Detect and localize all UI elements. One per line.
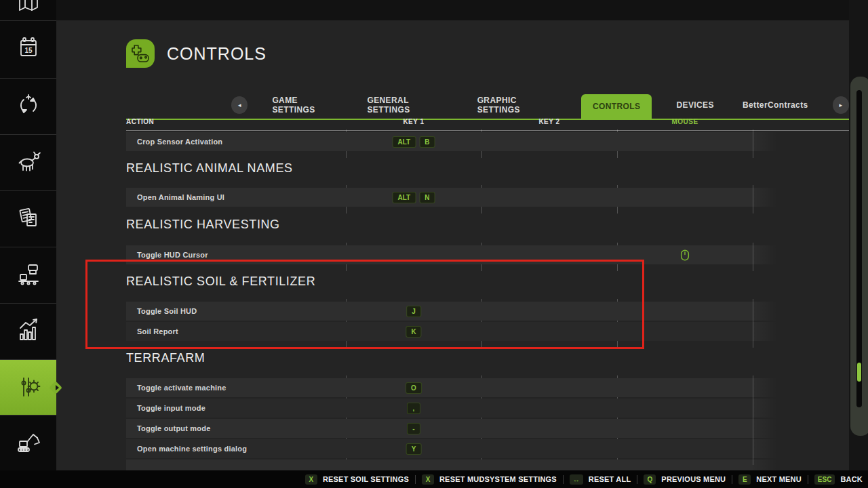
tab-devices[interactable]: DEVICES bbox=[672, 94, 717, 116]
table-row[interactable]: Open Animal Naming UIALTN bbox=[126, 188, 753, 207]
action-label: Open Animal Naming UI bbox=[126, 193, 224, 201]
sidebar-item-map[interactable] bbox=[0, 0, 56, 20]
key1-binding[interactable]: Y bbox=[406, 443, 422, 455]
key-badge: ESC bbox=[814, 474, 835, 485]
table-row[interactable]: Open machine settings dialogY bbox=[126, 439, 753, 458]
sidebar-item-construction[interactable] bbox=[0, 415, 56, 470]
keybind-group: Open Animal Naming UIALTN bbox=[126, 188, 753, 208]
action-label: Toggle Soil HUD bbox=[126, 307, 197, 315]
section-title: REALISTIC HARVESTING bbox=[126, 218, 280, 232]
tabs-next-arrow[interactable]: ▸ bbox=[833, 96, 849, 114]
animals-icon bbox=[15, 148, 42, 178]
controls-icon bbox=[126, 39, 155, 68]
hotkey-label: NEXT MENU bbox=[756, 475, 802, 483]
keybind-group: Toggle Soil HUDJSoil ReportK bbox=[126, 302, 753, 342]
contracts-icon bbox=[15, 204, 42, 234]
column-header-key2: KEY 2 bbox=[538, 118, 559, 125]
production-icon bbox=[15, 260, 42, 290]
divider bbox=[563, 475, 564, 484]
sidebar-item-animals[interactable] bbox=[0, 134, 56, 190]
hotkey-label: RESET MUDSYSTEM SETTINGS bbox=[439, 475, 557, 483]
sidebar-item-settings[interactable] bbox=[0, 359, 56, 415]
table-row[interactable]: Toggle output mode- bbox=[126, 419, 753, 438]
sidebar-item-crop-rotation[interactable] bbox=[0, 78, 56, 134]
page-title: CONTROLS bbox=[167, 44, 267, 64]
table-row[interactable]: Soil ReportK bbox=[126, 322, 753, 341]
table-row-clipped bbox=[126, 460, 753, 470]
divider bbox=[415, 475, 416, 484]
action-label: Toggle input mode bbox=[126, 404, 205, 412]
action-label: Toggle HUD Cursor bbox=[126, 251, 208, 259]
tab-general-settings[interactable]: GENERAL SETTINGS bbox=[363, 89, 452, 121]
key1-binding[interactable]: - bbox=[407, 423, 420, 434]
hotkey-previous-menu[interactable]: QPREVIOUS MENU bbox=[644, 474, 726, 485]
key1-binding[interactable]: ALTN bbox=[393, 192, 435, 203]
action-label: Toggle output mode bbox=[126, 424, 211, 432]
key1-binding[interactable]: ALTB bbox=[393, 136, 435, 148]
action-label: Toggle activate machine bbox=[126, 384, 226, 392]
key1-binding[interactable]: J bbox=[406, 306, 421, 317]
key-badge: X bbox=[305, 474, 317, 485]
hotkey-label: RESET SOIL SETTINGS bbox=[323, 475, 409, 483]
hotkey-reset-all[interactable]: ↔RESET ALL bbox=[570, 474, 631, 485]
sidebar-item-contracts[interactable] bbox=[0, 190, 56, 247]
key-badge: N bbox=[419, 192, 435, 203]
key-badge: K bbox=[406, 326, 421, 338]
sidebar-item-calendar[interactable]: 15 bbox=[0, 20, 56, 78]
key-badge: B bbox=[419, 136, 435, 148]
keybind-group: Toggle HUD Cursor bbox=[126, 245, 753, 266]
keybind-group: Crop Sensor ActivationALTB bbox=[126, 132, 753, 152]
divider bbox=[732, 475, 732, 484]
sidebar-item-statistics[interactable] bbox=[0, 303, 56, 359]
hotkey-next-menu[interactable]: ENEXT MENU bbox=[738, 474, 802, 485]
hotkey-back[interactable]: ESCBACK bbox=[814, 474, 863, 485]
mouse-icon bbox=[681, 249, 690, 261]
scrollbar-track[interactable] bbox=[856, 90, 862, 407]
svg-text:15: 15 bbox=[24, 47, 33, 54]
key1-binding[interactable]: O bbox=[406, 382, 422, 394]
key1-binding[interactable]: K bbox=[406, 326, 421, 338]
scroll-gutter bbox=[849, 0, 868, 470]
scrollbar[interactable] bbox=[850, 77, 868, 436]
table-row[interactable]: Toggle input mode, bbox=[126, 399, 753, 418]
table-row[interactable]: Toggle HUD Cursor bbox=[126, 245, 753, 264]
key-badge: Y bbox=[406, 443, 422, 455]
tabs-prev-arrow[interactable]: ◂ bbox=[231, 96, 248, 114]
column-header-action: ACTION bbox=[126, 118, 154, 125]
sidebar-item-production[interactable] bbox=[0, 247, 56, 303]
tab-underline bbox=[126, 119, 849, 120]
construction-icon bbox=[15, 428, 42, 458]
crop-rotation-icon bbox=[15, 92, 42, 121]
map-icon bbox=[15, 0, 42, 20]
scrollbar-thumb[interactable] bbox=[857, 363, 861, 382]
hotkey-reset-soil-settings[interactable]: XRESET SOIL SETTINGS bbox=[305, 474, 409, 485]
section-title: REALISTIC ANIMAL NAMES bbox=[126, 161, 293, 176]
hotkey-label: PREVIOUS MENU bbox=[661, 475, 726, 483]
key-badge: - bbox=[407, 423, 420, 434]
column-header-key1: KEY 1 bbox=[403, 118, 424, 125]
tab-bettercontracts[interactable]: BetterContracts bbox=[738, 94, 812, 116]
key1-binding[interactable]: , bbox=[407, 403, 420, 414]
key-badge: E bbox=[738, 474, 751, 485]
table-row[interactable]: Crop Sensor ActivationALTB bbox=[126, 132, 753, 151]
statistics-icon bbox=[15, 317, 42, 346]
tab-game-settings[interactable]: GAME SETTINGS bbox=[268, 89, 342, 121]
divider bbox=[808, 475, 808, 484]
settings-icon bbox=[15, 373, 42, 403]
sidebar: 15 bbox=[0, 0, 56, 470]
table-row[interactable]: Toggle Soil HUDJ bbox=[126, 302, 753, 321]
key-badge: , bbox=[407, 403, 420, 414]
section-title: TERRAFARM bbox=[126, 351, 205, 365]
keybind-group: Toggle activate machineOToggle input mod… bbox=[126, 378, 753, 470]
hotkey-reset-mudsystem-settings[interactable]: XRESET MUDSYSTEM SETTINGS bbox=[422, 474, 557, 485]
hotkey-label: BACK bbox=[840, 475, 863, 483]
table-header-divider bbox=[126, 130, 849, 131]
settings-tab-bar: ◂GAME SETTINGSGENERAL SETTINGSGRAPHIC SE… bbox=[231, 90, 849, 120]
key-badge: O bbox=[406, 382, 422, 394]
table-row[interactable]: Toggle activate machineO bbox=[126, 378, 753, 397]
tab-graphic-settings[interactable]: GRAPHIC SETTINGS bbox=[473, 89, 561, 121]
hotkey-label: RESET ALL bbox=[589, 475, 631, 483]
action-label: Crop Sensor Activation bbox=[126, 138, 222, 146]
tab-controls[interactable]: CONTROLS bbox=[581, 94, 652, 120]
key-badge: ALT bbox=[393, 192, 416, 203]
